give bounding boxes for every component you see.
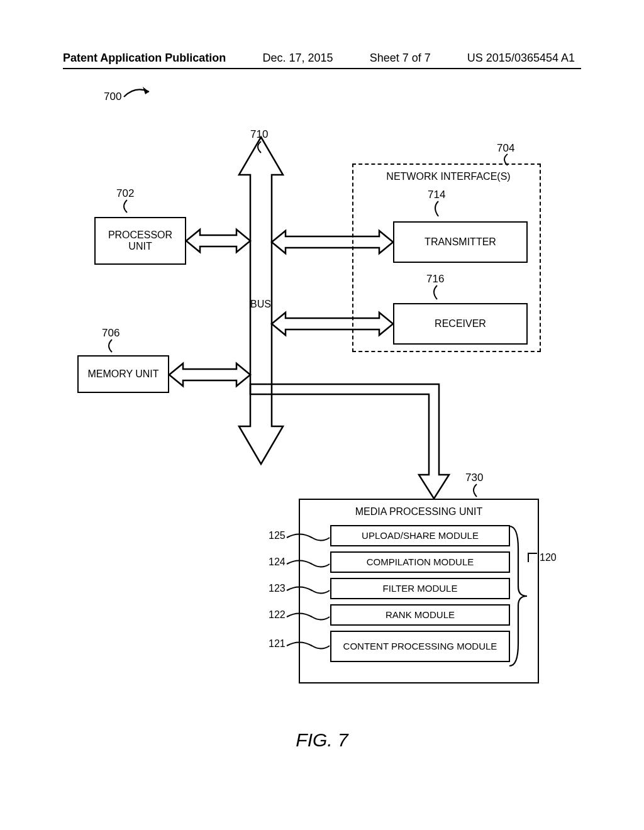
sheet-number: Sheet 7 of 7: [370, 52, 431, 65]
publication-label: Patent Application Publication: [63, 52, 226, 65]
ref-710: 710: [250, 128, 268, 141]
connector-memory-bus: [169, 363, 250, 386]
svg-marker-3: [169, 363, 250, 386]
ref-120: 120: [540, 552, 557, 563]
ref-730-lead: [470, 484, 484, 498]
ref-700: 700: [104, 91, 121, 103]
media-processing-unit: MEDIA PROCESSING UNIT UPLOAD/SHARE MODUL…: [299, 499, 539, 683]
memory-unit-block: MEMORY UNIT: [77, 355, 169, 393]
page-header: Patent Application Publication Dec. 17, …: [0, 52, 644, 65]
compilation-module: COMPILATION MODULE: [330, 551, 510, 573]
ref-121: 121: [269, 638, 286, 650]
svg-marker-4: [272, 231, 393, 253]
ref-714-lead: [432, 201, 446, 218]
svg-marker-5: [272, 313, 393, 335]
ref-702-lead: [121, 200, 135, 214]
figure-caption: FIG. 7: [0, 729, 644, 751]
ref-124-lead: [287, 560, 331, 568]
bus-label: BUS: [250, 299, 271, 310]
upload-share-module: UPLOAD/SHARE MODULE: [330, 525, 510, 546]
ref-704: 704: [497, 142, 514, 155]
ref-730: 730: [465, 472, 483, 484]
content-processing-module: CONTENT PROCESSING MODULE: [330, 631, 510, 662]
ref-706-lead: [106, 340, 119, 353]
svg-marker-2: [186, 230, 250, 252]
ref-121-lead: [287, 641, 331, 650]
ref-716: 716: [426, 273, 444, 285]
ref-123: 123: [269, 583, 286, 594]
ref-122: 122: [269, 609, 286, 621]
ref-123-lead: [287, 586, 331, 595]
rank-module: RANK MODULE: [330, 604, 510, 626]
receiver-block: RECEIVER: [393, 303, 528, 345]
connector-bus-mpu: [250, 380, 452, 500]
connector-processor-bus: [186, 230, 250, 252]
ref-122-lead: [287, 612, 331, 621]
ref-714: 714: [428, 189, 445, 201]
header-rule: [63, 68, 581, 69]
transmitter-block: TRANSMITTER: [393, 221, 528, 263]
connector-bus-transmitter: [272, 231, 393, 253]
processor-unit-block: PROCESSOR UNIT: [94, 217, 186, 265]
ref-125: 125: [269, 530, 286, 541]
ref-125-lead: [287, 533, 331, 542]
ref-706: 706: [102, 327, 119, 340]
modules-bracket: [509, 524, 535, 668]
ref-124: 124: [269, 556, 286, 568]
filter-module: FILTER MODULE: [330, 578, 510, 599]
ref-716-lead: [431, 285, 445, 301]
connector-bus-receiver: [272, 313, 393, 335]
publication-date: Dec. 17, 2015: [262, 52, 333, 65]
ref-710-lead: [255, 141, 269, 154]
ref-702: 702: [116, 187, 134, 200]
ref-700-pointer-arrow: [123, 84, 160, 103]
publication-number: US 2015/0365454 A1: [467, 52, 575, 65]
mpu-title: MEDIA PROCESSING UNIT: [300, 506, 538, 517]
network-interfaces-label: NETWORK INTERFACE(S): [370, 171, 527, 182]
ref-704-lead: [501, 154, 515, 167]
ref-120-lead-tick: [527, 552, 538, 563]
